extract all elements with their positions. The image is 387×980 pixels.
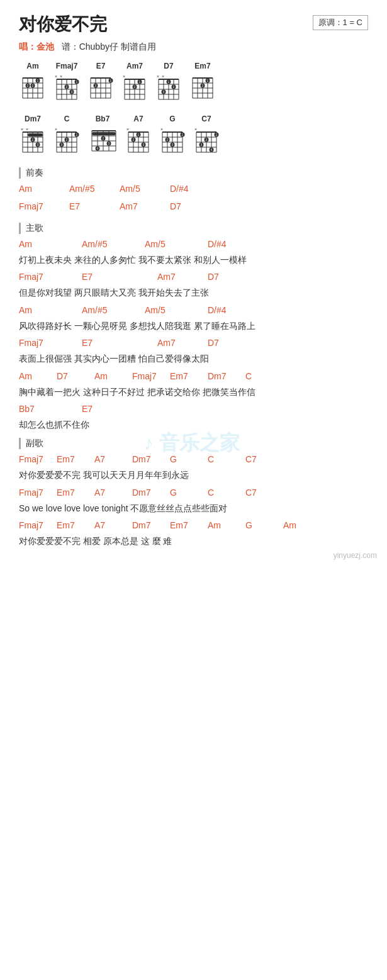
svg-rect-139: [92, 132, 116, 135]
svg-text:2: 2: [167, 138, 169, 142]
svg-text:×: ×: [160, 127, 163, 131]
svg-text:×: ×: [60, 74, 62, 79]
svg-text:2: 2: [95, 84, 97, 87]
section-label-prelude: 前奏: [19, 167, 368, 179]
chord-Am7-v: Am7: [157, 272, 208, 284]
chord-Fmaj7: Fmaj7: [19, 201, 69, 214]
svg-text:1: 1: [76, 80, 78, 84]
svg-text:×: ×: [194, 127, 197, 131]
chord-A7-c2: A7: [94, 487, 132, 500]
svg-text:2: 2: [133, 138, 135, 142]
chord-E7: E7: [69, 201, 120, 214]
svg-text:×: ×: [157, 74, 159, 79]
page: 对你爱不完 原调：1 = C 唱：金池 谱：Chubby仔 制谱自用 Am: [0, 0, 387, 567]
chord-line-v5: Am D7 Am Fmaj7 Em7 Dm7 C: [19, 371, 368, 384]
chord-Em7-c3b: Em7: [170, 520, 208, 533]
section-chorus: 副歌 Fmaj7 Em7 A7 Dm7 G C C7 对你爱爱爱不完 我可以天天…: [19, 438, 368, 548]
chord-line-v3: Am Am/#5 Am/5 D/#4: [19, 305, 368, 318]
lyric-v5: 胸中藏着一把火 这种日子不好过 把承诺交给你 把微笑当作信: [19, 385, 368, 399]
svg-text:×: ×: [126, 127, 129, 131]
chord-Am: Am: [19, 184, 69, 196]
svg-text:4: 4: [211, 148, 213, 152]
chord-D7: D7: [170, 201, 220, 214]
chord-line-v6: Bb7 E7: [19, 404, 368, 416]
chord-D4-v3: D/#4: [208, 305, 258, 318]
svg-text:2: 2: [202, 84, 204, 87]
svg-text:3: 3: [163, 90, 165, 94]
svg-rect-107: [28, 133, 43, 136]
svg-text:1: 1: [138, 133, 140, 136]
chord-C7-c2: C7: [245, 487, 283, 500]
chord-Am5: Am/5: [120, 184, 170, 196]
svg-text:1: 1: [216, 133, 218, 136]
chord-E7: E7 1 2: [87, 62, 115, 103]
chord-diagrams-row2: Dm7 × × 2 3: [19, 114, 368, 156]
lyric-c3: 对你爱爱爱不完 相爱 原本总是 这 麼 难: [19, 534, 368, 548]
chord-C-c1: C: [208, 454, 245, 467]
chord-Am-v: Am: [19, 239, 82, 252]
chord-Dm7-c3: Dm7: [132, 520, 170, 533]
chord-D4: D/#4: [170, 184, 220, 196]
chord-line-v2: Fmaj7 E7 Am7 D7: [19, 272, 368, 284]
chord-line-2: Fmaj7 E7 Am7 D7: [19, 201, 368, 214]
chord-D4-v: D/#4: [208, 239, 258, 252]
svg-text:2: 2: [27, 84, 29, 87]
svg-text:2: 2: [206, 138, 208, 142]
svg-text:3: 3: [61, 143, 63, 147]
chord-Fmaj7-v5: Fmaj7: [132, 371, 170, 384]
chord-Am5-v: Am/#5: [82, 239, 145, 252]
lyric-c1: 对你爱爱爱不完 我可以天天月月年年到永远: [19, 468, 368, 482]
chord-G-c2: G: [170, 487, 208, 500]
chord-E7-v: E7: [82, 272, 157, 284]
svg-text:1: 1: [168, 80, 170, 84]
chord-Dm7: Dm7 × × 2 3: [19, 114, 47, 156]
chord-Am-v5: Am: [19, 371, 57, 384]
svg-text:2: 2: [103, 136, 104, 140]
chord-G: G × 1 2 3: [159, 114, 186, 156]
chord-D7-v4: D7: [208, 338, 258, 350]
chord-C7-c1: C7: [245, 454, 283, 467]
svg-text:2: 2: [66, 138, 68, 142]
chord-C7: C7 × 1 2 3 4: [193, 114, 220, 156]
singer-label: 唱：金池: [19, 42, 54, 52]
lyric-v2: 但是你对我望 两只眼睛大又亮 我开始失去了主张: [19, 286, 368, 299]
chord-line-v1: Am Am/#5 Am/5 D/#4: [19, 239, 368, 252]
svg-text:1: 1: [207, 79, 209, 82]
chord-Em7: Em7 1 2: [189, 62, 216, 103]
chord-Am5-v3: Am/#5: [82, 305, 145, 318]
chord-E7-v6: E7: [82, 404, 132, 416]
chord-Am7-v4: Am7: [157, 338, 208, 350]
chord-C-c2: C: [208, 487, 245, 500]
svg-text:×: ×: [162, 74, 164, 79]
section-prelude: 前奏 Am Am/#5 Am/5 D/#4 Fmaj7 E7 Am7 D7: [19, 167, 368, 214]
chord-A7-c3: A7: [94, 520, 132, 533]
lyric-v6: 却怎么也抓不住你: [19, 418, 368, 432]
svg-text:1: 1: [76, 133, 78, 136]
lyric-v1: 灯初上夜未央 来往的人多匆忙 我不要太紧张 和别人一模样: [19, 253, 368, 267]
chord-Am-c3b: Am: [283, 520, 321, 533]
watermark-url: yinyuezj.com: [334, 551, 377, 560]
section-label-chorus: 副歌: [19, 438, 368, 449]
chord-Em7-c1: Em7: [57, 454, 94, 467]
chord-Em7-v5: Em7: [170, 371, 208, 384]
chord-Dm7-c1: Dm7: [132, 454, 170, 467]
lyric-v3: 风吹得路好长 一颗心晃呀晃 多想找人陪我逛 累了睡在马路上: [19, 319, 368, 333]
svg-text:2: 2: [32, 138, 34, 142]
lyric-c2: So we love love love tonight 不愿意丝丝点点些些面对: [19, 501, 368, 515]
svg-text:×: ×: [26, 127, 28, 131]
lyric-v4: 表面上很倔强 其实内心一团糟 怕自己爱得像太阳: [19, 352, 368, 365]
chord-Dm7-v5: Dm7: [208, 371, 245, 384]
section-verse: 主歌 Am Am/#5 Am/5 D/#4 灯初上夜未央 来往的人多匆忙 我不要…: [19, 223, 368, 432]
chord-Am5v3b: Am/5: [145, 305, 208, 318]
chord-A7-c1: A7: [94, 454, 132, 467]
svg-text:×: ×: [55, 127, 57, 131]
svg-text:1: 1: [182, 133, 184, 136]
meta-info: 唱：金池 谱：Chubby仔 制谱自用: [19, 42, 368, 53]
chord-Fmaj7-c3: Fmaj7: [19, 520, 57, 533]
chord-A7: A7 × 1 2 3: [125, 114, 152, 156]
chord-D7-v: D7: [208, 272, 258, 284]
key-badge: 原调：1 = C: [313, 15, 368, 30]
chord-Bb7-v6: Bb7: [19, 404, 82, 416]
svg-text:2: 2: [134, 85, 136, 89]
chord-Bb7: Bb7 2 3 4: [87, 114, 118, 156]
